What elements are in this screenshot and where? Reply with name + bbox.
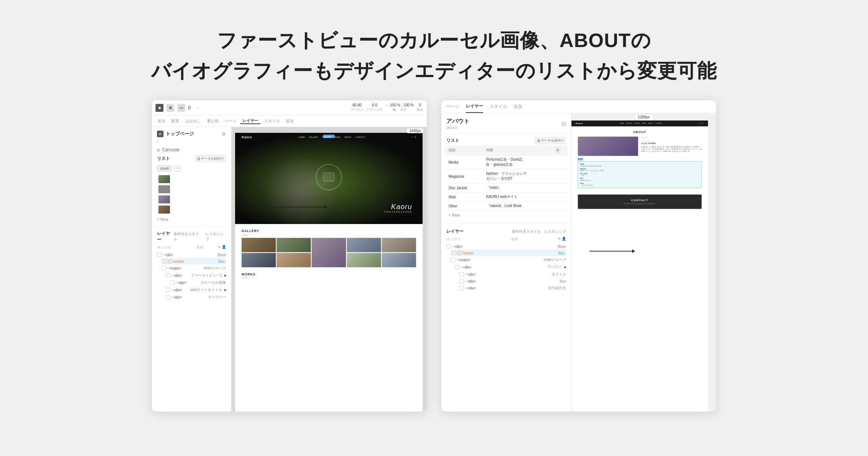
contact-title: CONTACT [582, 199, 698, 202]
grid-icon-small: ⊞ [157, 148, 160, 152]
new-btn[interactable]: + New [152, 216, 231, 224]
x-icon: X [646, 137, 647, 139]
right-tab-style[interactable]: スタイル [490, 101, 507, 113]
tab-display[interactable]: 表示 [156, 118, 168, 124]
row-media[interactable]: Media Perfume広告・Dunk広告・glasses広告 [445, 155, 567, 169]
gallery-section: GALLERY Image ↑ [235, 224, 422, 270]
thumb-row-1[interactable] [157, 174, 226, 184]
col-item: 項目 [445, 145, 482, 155]
right-tab-bar: ページ レイヤー スタイル 追加 [441, 100, 716, 113]
title-section: ファーストビューのカルーセル画像、ABOUTの バイオグラフィーもデザインエディ… [0, 0, 868, 100]
layer-row-0[interactable]: › <div> Base [157, 252, 226, 258]
right-layer-row-main[interactable]: › <main> mainグループ [451, 256, 566, 263]
data-row-disc: Disc Jacket 「hello!」 [580, 173, 699, 177]
corner-value: 0 [419, 103, 421, 107]
layer-row-div3[interactable]: › <div> ギャラリー [166, 294, 226, 301]
page-icon: ⊞ [157, 131, 163, 137]
thumbnail-list [152, 173, 231, 216]
toolbar-eye-icon[interactable]: ◉ [156, 104, 163, 112]
about-title: アバウト [446, 118, 469, 125]
data-row-media: Media Perfume広告・Dunk広告・glass広告 [580, 163, 699, 167]
right-tab-add[interactable]: 追加 [514, 101, 522, 113]
layer-header: レイヤー 条件付きスタイル レスポンシブ [157, 231, 226, 243]
tab-layer[interactable]: レイヤー [240, 118, 260, 124]
toolbar-layout-icon[interactable]: ⊞ [166, 104, 174, 112]
right-bind-btn[interactable]: ⛓ データを紐付け [535, 137, 566, 144]
thumb-2 [158, 185, 170, 193]
layer-row-main[interactable]: › <main> mainグループ [161, 265, 226, 272]
plus-btn[interactable]: + [174, 165, 181, 172]
right-name-label: 名前 [511, 237, 518, 242]
layer-row-div1[interactable]: › <div> ファーストビュー1 [166, 272, 226, 279]
cover-tag[interactable]: cover [157, 165, 172, 172]
row-other[interactable]: Other 「natural」Look Book [445, 202, 567, 211]
width-indicator: 1440px [407, 128, 423, 133]
toolbar-screen-icon[interactable]: ▭ [177, 104, 185, 112]
tab-style[interactable]: スタイル [262, 118, 282, 124]
row-magazine[interactable]: Magazine fashion・ファッションマガジン・月刊ST [445, 169, 567, 183]
right-layer-row-bio[interactable]: › <div> 自己紹介文 [459, 284, 566, 292]
right-layer-row-0[interactable]: › <div> Base [446, 243, 566, 250]
right-logo: Kaoru [576, 122, 583, 125]
toolbar-chevron: › [197, 106, 198, 110]
bind-btn[interactable]: ⛓ データを紐付け [195, 155, 226, 162]
thumb-1 [158, 175, 170, 183]
scaled-website: Kaoru HOMEGALLERYWORKSNEWSABOUTCONTACT ◎… [571, 121, 708, 411]
filter-icon[interactable]: ⊟ [561, 120, 566, 127]
right-layer-row-box[interactable]: › <div> Box [459, 278, 566, 284]
thumb-row-4[interactable] [157, 205, 226, 214]
chain-icon: ⛓ [197, 157, 200, 161]
row-web[interactable]: Web KAORU webサイト [445, 193, 567, 202]
tab-stack[interactable]: 重な順 [205, 118, 221, 124]
right-layer-row-title[interactable]: › <div> タイトル [459, 271, 566, 278]
data-table-wrapper: 項目 内容 + [441, 145, 571, 221]
site-logo: Kaoru [242, 136, 252, 139]
about-text-block: ◎ f X フォトグラファー さおる / KAORU 被写体の美しさを最大限に引… [641, 137, 702, 156]
left-panel: ◉ ⊞ ▭ 0 › 80 80 マージン 0 0 パディング ↔ 100 % [152, 100, 427, 411]
data-list-overlay: Media Perfume広告・Dunk広告・glass広告 Magazine … [578, 161, 702, 188]
box-name-row: ボックス 名前 ⇅ 👤 [157, 244, 226, 252]
right-list-header: リスト ⛓ データを紐付け [441, 136, 571, 145]
data-row-magazine: Magazine fashion・ファッションマガジン・月刊ST [580, 168, 699, 172]
photographer-name: さおる / KAORU [641, 143, 702, 145]
tab-page[interactable]: ページ [222, 118, 239, 124]
right-panel-body: アバウト /about ⊟ リスト ⛓ データを紐付け [441, 113, 716, 411]
right-new-btn[interactable]: + New [445, 211, 567, 219]
layer-title: レイヤー [157, 231, 174, 243]
layer-row-carousel[interactable]: › <div> カルーセル画像 [170, 279, 226, 286]
right-tab-page[interactable]: ページ [446, 101, 459, 113]
thumb-row-3[interactable] [157, 195, 226, 204]
tab-layout[interactable]: 配置 [169, 118, 182, 124]
cover-row: cover + [152, 164, 231, 173]
right-tab-layer[interactable]: レイヤー [466, 100, 483, 113]
col-add[interactable]: + [553, 145, 567, 155]
screenshots-row: ◉ ⊞ ▭ 0 › 80 80 マージン 0 0 パディング ↔ 100 % [0, 100, 868, 411]
instagram-icon: ◎ [699, 123, 700, 124]
right-layer-row-header[interactable]: header Box [451, 250, 566, 256]
right-left-col: アバウト /about ⊟ リスト ⛓ データを紐付け [441, 113, 571, 411]
box-label: ボックス [157, 245, 171, 250]
right-layer-row-about[interactable]: › <div> アバウト [455, 263, 566, 271]
data-row-other: Other 「natural」Look Book [580, 182, 699, 186]
right-width-indicator: 1280px [635, 115, 653, 119]
tab-overflow[interactable]: はみ出し [183, 118, 203, 124]
row-disc[interactable]: Disc Jacket 「hello!」 [445, 183, 567, 193]
layer-row-div2[interactable]: › <div> webサイトタイトル [166, 286, 226, 294]
padding-values: 0 0 [372, 103, 377, 107]
layer-section: レイヤー 条件付きスタイル レスポンシブ ボックス 名前 ⇅ 👤 [152, 228, 231, 301]
tab-add[interactable]: 追加 [284, 118, 296, 124]
site-nav-bar: Kaoru HOMEGALLERYWORKSNEWSABOUTCONTACT f… [235, 133, 422, 142]
thumb-3 [158, 195, 170, 203]
page-name: トップページ [166, 131, 220, 137]
page-slash: / [152, 139, 231, 146]
thumb-row-2[interactable] [157, 185, 226, 194]
name-label: 名前 [196, 245, 204, 250]
margin-label: マージン [350, 107, 363, 112]
settings-icon[interactable]: ⚙ [222, 131, 226, 137]
height-label: 高さ [400, 107, 407, 112]
site-main-nav: HOMEGALLERYWORKSNEWSABOUTCONTACT [299, 136, 365, 138]
layer-row-header[interactable]: header Box [161, 258, 226, 265]
main-title-line2: バイオグラフィーもデザインエディターのリストから変更可能 [0, 56, 868, 86]
hero-text: Kaoru PHOTOGRAPHER [384, 203, 412, 214]
site-header-right: Kaoru HOMEGALLERYWORKSNEWSABOUTCONTACT ◎… [571, 121, 708, 126]
